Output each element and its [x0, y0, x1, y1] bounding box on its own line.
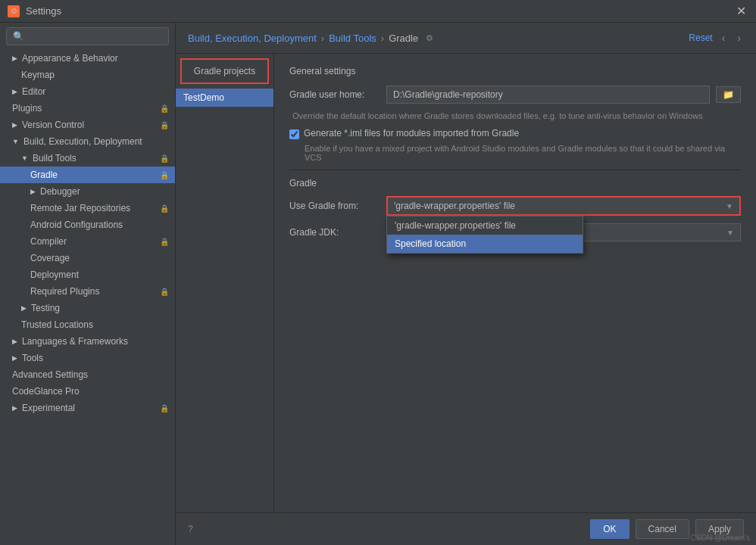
sidebar-item-label: Testing [31, 303, 60, 313]
sidebar-item-label: Build, Execution, Deployment [23, 136, 142, 147]
use-gradle-dropdown-container: 'gradle-wrapper.properties' file ▼ 'grad… [386, 196, 741, 216]
breadcrumb-part2[interactable]: Build Tools [329, 33, 376, 44]
arrow-icon: ▼ [21, 154, 28, 162]
dropdown-menu: 'gradle-wrapper.properties' file Specifi… [386, 216, 583, 254]
arrow-icon: ▶ [12, 354, 17, 362]
sidebar-item-label: Coverage [30, 253, 70, 263]
use-gradle-dropdown[interactable]: 'gradle-wrapper.properties' file ▼ [386, 196, 741, 216]
back-button[interactable]: ‹ [719, 30, 729, 45]
sidebar-item-coverage[interactable]: Coverage [0, 250, 175, 266]
sidebar-item-appearance[interactable]: ▶ Appearance & Behavior [0, 50, 175, 67]
search-input[interactable] [6, 27, 169, 45]
breadcrumb: Build, Execution, Deployment › Build Too… [176, 23, 756, 54]
projects-panel: Gradle projects TestDemo [176, 54, 274, 512]
window-title: Settings [26, 5, 61, 17]
sidebar-item-label: Version Control [22, 120, 84, 130]
lock-icon: 🔒 [160, 121, 169, 129]
sidebar-item-required-plugins[interactable]: Required Plugins 🔒 [0, 283, 175, 300]
reset-button[interactable]: Reset [689, 33, 712, 43]
sidebar-item-compiler[interactable]: Compiler 🔒 [0, 233, 175, 250]
use-gradle-row: Use Gradle from: 'gradle-wrapper.propert… [289, 196, 741, 216]
sidebar-item-label: Plugins [12, 103, 42, 114]
ok-button[interactable]: OK [590, 519, 629, 539]
gradle-home-hint: Override the default location where Grad… [289, 111, 741, 120]
arrow-icon: ▶ [12, 88, 17, 95]
settings-panel: General settings Gradle user home: 📁 Ove… [274, 54, 756, 512]
lock-icon: 🔒 [160, 404, 169, 413]
gradle-projects-header: Gradle projects [180, 58, 269, 84]
sidebar-item-testing[interactable]: ▶ Testing [0, 300, 175, 316]
sidebar-item-label: Debugger [40, 186, 80, 197]
sidebar-item-languages[interactable]: ▶ Languages & Frameworks [0, 333, 175, 350]
gradle-home-input[interactable] [386, 86, 710, 104]
general-settings-title: General settings [289, 66, 741, 76]
sidebar-item-editor[interactable]: ▶ Editor [0, 83, 175, 100]
sidebar-item-tools[interactable]: ▶ Tools [0, 350, 175, 366]
gradle-home-row: Gradle user home: 📁 [289, 86, 741, 104]
project-item[interactable]: TestDemo [176, 89, 273, 107]
divider [289, 170, 741, 170]
folder-button[interactable]: 📁 [716, 86, 741, 103]
arrow-icon: ▶ [30, 188, 36, 195]
sidebar-item-label: Tools [22, 353, 43, 363]
settings-body: Gradle projects TestDemo General setting… [176, 54, 756, 512]
help-button[interactable]: ? [188, 524, 193, 534]
sidebar-item-label: Experimental [22, 403, 75, 413]
help-icon: ? [188, 524, 193, 534]
sidebar-item-experimental[interactable]: ▶ Experimental 🔒 [0, 400, 175, 416]
sidebar-item-label: Advanced Settings [12, 369, 88, 380]
generate-iml-checkbox[interactable] [289, 129, 299, 139]
sidebar-item-android-configs[interactable]: Android Configurations [0, 216, 175, 233]
sidebar-item-label: Build Tools [33, 153, 77, 164]
sidebar-item-label: CodeGlance Pro [12, 386, 80, 397]
dropdown-option-1[interactable]: 'gradle-wrapper.properties' file [387, 216, 583, 235]
sidebar-item-codeglance[interactable]: CodeGlance Pro [0, 383, 175, 400]
cancel-button[interactable]: Cancel [636, 519, 689, 539]
content-area: ▶ Appearance & Behavior Keymap ▶ Editor … [0, 23, 756, 545]
use-gradle-label: Use Gradle from: [289, 201, 380, 211]
lock-icon: 🔒 [160, 171, 169, 179]
dropdown-value: 'gradle-wrapper.properties' file [394, 201, 515, 211]
sidebar: ▶ Appearance & Behavior Keymap ▶ Editor … [0, 23, 176, 545]
generate-iml-hint: Enable if you have a mixed project with … [305, 144, 741, 162]
close-button[interactable]: ✕ [733, 4, 748, 19]
lock-icon: 🔒 [160, 204, 169, 213]
projects-list: TestDemo [176, 89, 273, 512]
arrow-icon: ▶ [12, 404, 17, 412]
forward-button[interactable]: › [734, 30, 744, 45]
arrow-icon: ▶ [12, 54, 17, 62]
sidebar-item-trusted-locations[interactable]: Trusted Locations [0, 316, 175, 333]
sidebar-item-label: Languages & Frameworks [22, 336, 128, 347]
sidebar-item-keymap[interactable]: Keymap [0, 67, 175, 83]
breadcrumb-part1[interactable]: Build, Execution, Deployment [188, 33, 317, 44]
sidebar-item-remote-jar[interactable]: Remote Jar Repositories 🔒 [0, 200, 175, 216]
dropdown-option-2[interactable]: Specified location [387, 235, 583, 253]
title-bar: ⚙ Settings ✕ [0, 0, 756, 23]
sidebar-item-debugger[interactable]: ▶ Debugger [0, 183, 175, 200]
sidebar-item-advanced-settings[interactable]: Advanced Settings [0, 366, 175, 383]
gradle-section-title: Gradle [289, 178, 741, 188]
arrow-icon: ▼ [12, 138, 19, 145]
sidebar-item-label: Compiler [30, 236, 67, 247]
sidebar-item-deployment[interactable]: Deployment [0, 266, 175, 283]
title-bar-left: ⚙ Settings [8, 5, 61, 17]
settings-window: ⚙ Settings ✕ ▶ Appearance & Behavior Key… [0, 0, 756, 545]
sidebar-item-label: Remote Jar Repositories [30, 203, 130, 213]
gradle-home-label: Gradle user home: [289, 89, 380, 100]
arrow-icon: ▶ [21, 304, 27, 312]
sidebar-item-version-control[interactable]: ▶ Version Control 🔒 [0, 117, 175, 133]
bottom-bar: ? OK Cancel Apply [176, 512, 756, 545]
sidebar-item-plugins[interactable]: Plugins 🔒 [0, 100, 175, 117]
lock-icon: 🔒 [160, 104, 169, 113]
sidebar-item-build-execution[interactable]: ▼ Build, Execution, Deployment [0, 133, 175, 150]
breadcrumb-current: Gradle [389, 33, 418, 44]
generate-iml-row: Generate *.iml files for modules importe… [289, 128, 741, 139]
arrow-icon: ▶ [12, 121, 17, 129]
sidebar-item-label: Editor [22, 86, 45, 97]
breadcrumb-actions: Reset ‹ › [689, 30, 744, 45]
breadcrumb-sep1: › [321, 33, 324, 44]
main-content: Build, Execution, Deployment › Build Too… [176, 23, 756, 545]
sidebar-item-gradle[interactable]: Gradle 🔒 [0, 167, 175, 183]
jdk-dropdown-arrow: ▼ [726, 229, 734, 237]
sidebar-item-build-tools[interactable]: ▼ Build Tools 🔒 [0, 150, 175, 167]
